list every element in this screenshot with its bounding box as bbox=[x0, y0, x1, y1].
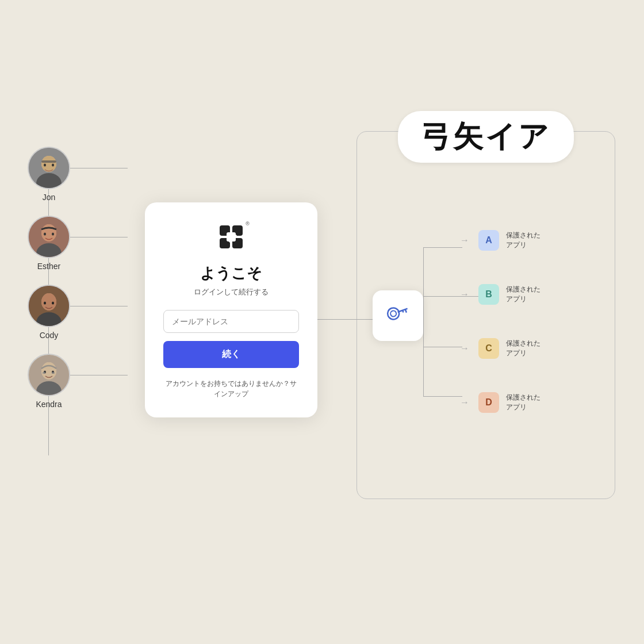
app-item-a: → A 保護された アプリ bbox=[460, 230, 540, 251]
sso-key-box bbox=[373, 290, 423, 341]
svg-line-37 bbox=[402, 310, 403, 312]
app-badge-d: D bbox=[478, 392, 499, 413]
svg-rect-4 bbox=[41, 160, 56, 163]
app-item-c: → C 保護された アプリ bbox=[460, 338, 540, 359]
arrow-c: → bbox=[460, 343, 469, 354]
idp-badge: 弓矢イア bbox=[398, 111, 574, 163]
sso-to-app-d-v bbox=[423, 296, 424, 396]
svg-point-17 bbox=[44, 302, 46, 305]
svg-point-12 bbox=[52, 233, 54, 236]
sso-to-app-c-h bbox=[423, 347, 462, 347]
connector-line-cody bbox=[70, 306, 128, 306]
arrow-b: → bbox=[460, 289, 469, 300]
app-label-b: 保護された アプリ bbox=[506, 285, 540, 304]
trademark-symbol: ® bbox=[246, 221, 250, 227]
svg-point-6 bbox=[52, 164, 54, 167]
email-input[interactable] bbox=[163, 310, 299, 333]
svg-rect-25 bbox=[43, 372, 45, 374]
welcome-subtitle: ログインして続行する bbox=[194, 287, 269, 297]
user-item-kendra: Kendra bbox=[28, 354, 70, 409]
app-label-c: 保護された アプリ bbox=[506, 339, 540, 358]
svg-rect-26 bbox=[52, 372, 55, 374]
connector-line-esther bbox=[70, 237, 128, 237]
arrow-d: → bbox=[460, 397, 469, 408]
users-panel: Jon Esther bbox=[28, 147, 70, 409]
avatar-cody bbox=[28, 285, 70, 327]
sso-to-app-d-h bbox=[423, 396, 462, 397]
continue-button[interactable]: 続く bbox=[163, 341, 299, 368]
idp-badge-text: 弓矢イア bbox=[421, 122, 551, 156]
svg-rect-32 bbox=[227, 232, 236, 241]
login-card: ® ようこそ ログインして続行する 続く アカウントをお持ちではありませんか？サ… bbox=[145, 202, 317, 417]
logo-icon bbox=[217, 223, 245, 251]
app-label-d: 保護された アプリ bbox=[506, 393, 540, 412]
user-name-kendra: Kendra bbox=[36, 400, 62, 409]
app-badge-c: C bbox=[478, 338, 499, 359]
svg-point-33 bbox=[386, 306, 401, 321]
svg-point-11 bbox=[44, 233, 46, 236]
app-badge-b: B bbox=[478, 284, 499, 305]
svg-point-34 bbox=[390, 310, 397, 317]
avatar-kendra bbox=[28, 354, 70, 396]
user-item-cody: Cody bbox=[28, 285, 70, 340]
user-name-cody: Cody bbox=[40, 331, 59, 340]
connector-line-kendra bbox=[70, 375, 128, 375]
svg-point-22 bbox=[41, 362, 56, 379]
app-item-d: → D 保護された アプリ bbox=[460, 392, 540, 413]
svg-point-16 bbox=[41, 293, 56, 310]
apps-list: → A 保護された アプリ → B 保護された アプリ → C bbox=[460, 230, 540, 413]
sso-to-app-b-h bbox=[423, 296, 462, 297]
card-to-sso-connector bbox=[317, 319, 375, 320]
user-name-jon: Jon bbox=[43, 193, 56, 202]
svg-point-18 bbox=[52, 302, 54, 305]
sso-to-app-a-h2 bbox=[423, 247, 462, 248]
user-item-jon: Jon bbox=[28, 147, 70, 202]
signup-text: アカウントをお持ちではありませんか？サインアップ bbox=[163, 378, 299, 399]
svg-point-5 bbox=[44, 164, 46, 167]
welcome-title: ようこそ bbox=[200, 263, 262, 283]
avatar-jon bbox=[28, 147, 70, 189]
avatar-esther bbox=[28, 216, 70, 258]
user-item-esther: Esther bbox=[28, 216, 70, 271]
svg-point-3 bbox=[41, 156, 56, 172]
app-label-a: 保護された アプリ bbox=[506, 231, 540, 250]
app-item-b: → B 保護された アプリ bbox=[460, 284, 540, 305]
connector-line-jon bbox=[70, 168, 128, 168]
main-scene: Jon Esther bbox=[0, 0, 644, 644]
logo-container: ® bbox=[217, 223, 245, 253]
app-badge-a: A bbox=[478, 230, 499, 251]
arrow-a: → bbox=[460, 235, 469, 246]
user-name-esther: Esther bbox=[37, 262, 60, 271]
sso-to-app-a-v bbox=[423, 247, 424, 297]
key-icon bbox=[381, 297, 415, 335]
